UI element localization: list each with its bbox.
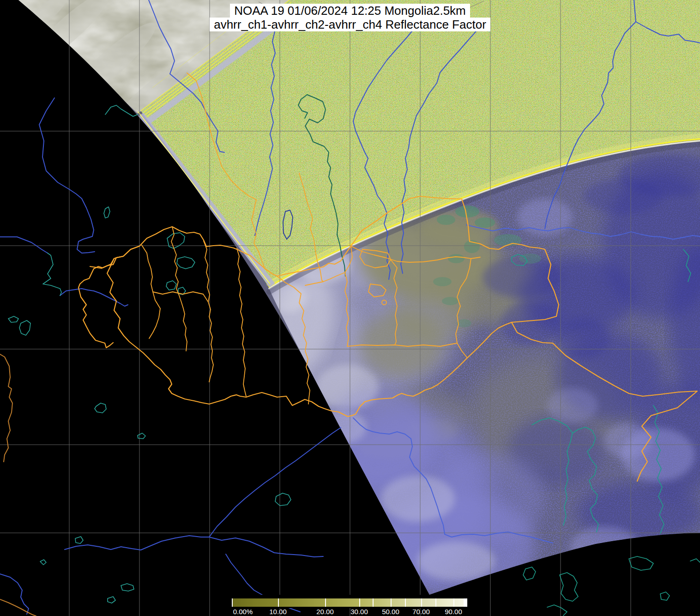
lakes (8, 207, 291, 603)
colorbar-tick (373, 598, 374, 607)
river (209, 428, 341, 537)
border (237, 248, 246, 396)
lake-outline (108, 597, 115, 603)
lake-outline (19, 320, 30, 335)
far-borders (0, 354, 36, 616)
colorbar-label: 20.00 (316, 608, 334, 616)
river (0, 237, 48, 253)
colorbar-tick (325, 598, 326, 607)
border (142, 245, 160, 338)
lake-outline (166, 281, 176, 290)
colorbar-label: 30.00 (350, 608, 368, 616)
river (60, 289, 128, 306)
colorbar-tick (405, 598, 406, 607)
lake-outline (167, 233, 185, 248)
colorbar-tick (421, 598, 422, 607)
colorbar-tick (232, 598, 233, 607)
lake-outline (660, 592, 670, 600)
lake-outline (95, 403, 106, 413)
lake-outline (43, 253, 61, 296)
lake-outline (121, 584, 134, 591)
colorbar-end-cap (464, 598, 467, 607)
river (65, 536, 323, 557)
border (0, 599, 36, 616)
border (78, 246, 139, 348)
colorbar-tick (359, 598, 360, 607)
lake-outline (523, 567, 536, 580)
border (204, 241, 213, 382)
satellite-image-viewer: NOAA 19 01/06/2024 12:25 Mongolia2.5km a… (0, 0, 700, 616)
lake-outline (177, 257, 195, 269)
lake-outline (560, 573, 578, 601)
lake-outline (547, 605, 567, 616)
satellite-swath-map (0, 0, 700, 616)
colorbar-label: 10.00 (269, 608, 287, 616)
lake-outline (40, 560, 46, 565)
colorbar-label: 90.00 (445, 608, 462, 616)
colorbar: 0.00% 10.00 20.00 30.00 50.00 70.00 90.0… (229, 595, 470, 616)
title-line-1: NOAA 19 01/06/2024 12:25 Mongolia2.5km (230, 4, 470, 18)
colorbar-labels: 0.00% 10.00 20.00 30.00 50.00 70.00 90.0… (232, 608, 467, 616)
colorbar-label: 50.00 (382, 608, 399, 616)
colorbar-label: 0.00% (233, 608, 253, 616)
lake-outline (275, 493, 291, 506)
lake-outline (75, 537, 83, 544)
colorbar-tick (278, 598, 279, 607)
border (0, 354, 12, 462)
lake-outline (8, 316, 18, 322)
lake-outline (629, 556, 653, 570)
colorbar-tick (453, 598, 454, 607)
river (0, 574, 29, 614)
image-title: NOAA 19 01/06/2024 12:25 Mongolia2.5km a… (0, 4, 700, 31)
colorbar-tick (435, 598, 436, 607)
lake-outline (690, 559, 700, 562)
lake-outline (104, 207, 110, 218)
title-line-2: avhrr_ch1-avhrr_ch2-avhrr_ch4 Reflectanc… (210, 18, 490, 31)
colorbar-tick (391, 598, 392, 607)
lake-outline (138, 433, 145, 439)
colorbar-label: 70.00 (412, 608, 430, 616)
river (39, 98, 95, 253)
colorbar-gradient (232, 598, 467, 607)
